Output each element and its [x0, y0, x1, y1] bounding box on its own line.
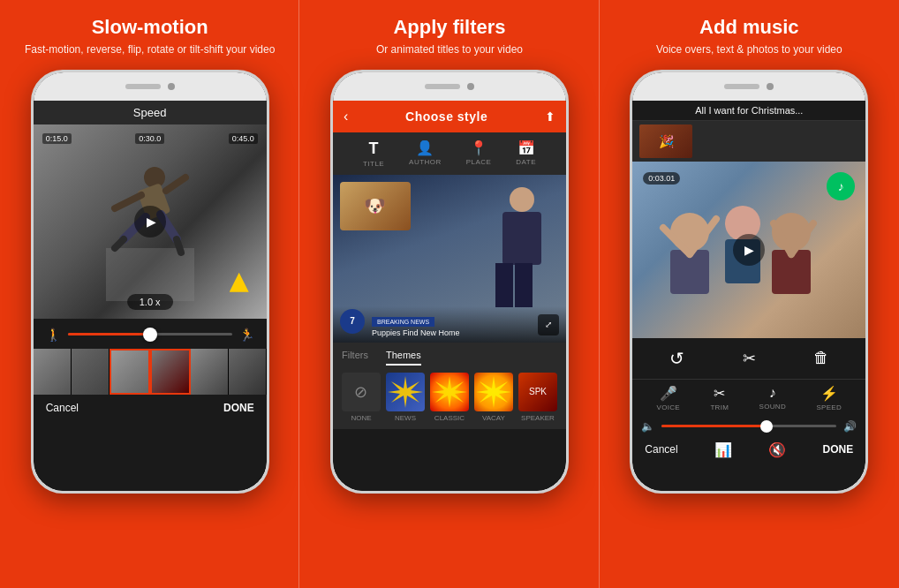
section-subtitle-1: Fast-motion, reverse, flip, rotate or ti… [25, 42, 275, 57]
filter-label-speaker: SPEAKER [521, 414, 555, 422]
svg-line-7 [115, 239, 124, 248]
voice-icon-item[interactable]: 🎤 VOICE [657, 385, 680, 411]
volume-low-icon: 🔈 [641, 420, 654, 433]
play-button-3[interactable]: ▶ [733, 234, 765, 266]
camera-3 [767, 83, 774, 90]
place-icon-label: PLACE [466, 158, 492, 166]
apply-filters-section: Apply filters Or animated titles to your… [299, 0, 599, 588]
svg-line-4 [166, 177, 185, 191]
play-icon-3: ▶ [744, 243, 754, 257]
place-icon: 📍 [470, 139, 487, 156]
volume-slider-track[interactable] [661, 425, 836, 427]
filter-news[interactable]: NEWS [386, 373, 425, 422]
filter-speaker[interactable]: SPK SPEAKER [518, 373, 557, 422]
svg-rect-12 [515, 263, 533, 307]
news-text: Puppies Find New Home [372, 328, 559, 337]
music-icons-row: 🎤 VOICE ✂ TRIM ♪ SOUND ⚡ SPEED [632, 379, 865, 417]
filters-video-preview: 🐶 7 BREAKING NEWS Puppies [333, 175, 566, 343]
section-title-3: Add music [699, 16, 798, 39]
trim-label: TRIM [710, 403, 729, 411]
filter-items-row: ⊘ NONE NEWS [342, 373, 557, 422]
volume-row: 🔈 🔊 [632, 417, 865, 436]
run-fast-icon: 🏃 [239, 328, 254, 342]
waveform-icon[interactable]: 📊 [714, 441, 732, 458]
phone-1: Speed [31, 70, 269, 494]
phone-3: All I want for Christmas... 🎉 [630, 70, 868, 494]
cancel-button-1[interactable]: Cancel [46, 402, 79, 414]
filters-tab[interactable]: Filters [342, 350, 368, 366]
back-icon[interactable]: ‹ [344, 109, 348, 124]
music-note-badge: ♪ [827, 172, 855, 200]
speed-icon: ⚡ [820, 385, 838, 402]
svg-marker-14 [432, 376, 467, 408]
phone-content-2: ‹ Choose style ⬆ T TITLE 👤 AUTHOR 📍 [333, 101, 566, 491]
music-video-area: 0:03.01 ♪ ▶ [632, 162, 865, 338]
undo-button[interactable]: ↺ [664, 345, 691, 372]
camera-1 [168, 83, 175, 90]
play-button-1[interactable]: ▶ [134, 206, 166, 237]
filter-none[interactable]: ⊘ NONE [342, 373, 381, 422]
trim-icon-item[interactable]: ✂ TRIM [710, 385, 729, 411]
add-music-section: Add music Voice overs, text & photos to … [600, 0, 899, 588]
speaker-3 [724, 84, 759, 89]
volume-thumb[interactable] [760, 420, 773, 433]
filter-label-vacay: VACAY [482, 414, 505, 422]
mute-icon[interactable]: 🔇 [768, 441, 786, 458]
voice-label: VOICE [657, 403, 680, 411]
done-button-1[interactable]: DONE [223, 402, 254, 414]
date-icon-label: DATE [516, 158, 536, 166]
place-icon-item[interactable]: 📍 PLACE [466, 139, 492, 168]
voice-icon: 🎤 [660, 385, 677, 402]
vacay-burst-icon [476, 374, 511, 410]
filter-thumb-vacay [474, 373, 513, 411]
speed-video-area: 0:15.0 0:30.0 0:45.0 ▶ 1.0 x [34, 124, 267, 319]
sound-icon-item[interactable]: ♪ SOUND [759, 385, 786, 411]
author-icon-label: AUTHOR [409, 158, 442, 166]
phone-content-3: All I want for Christmas... 🎉 [632, 101, 865, 491]
filters-tabs: Filters Themes [342, 350, 557, 366]
filmstrip-frame-1 [34, 349, 72, 395]
music-timer: 0:03.01 [643, 172, 680, 185]
filter-classic[interactable]: CLASSIC [430, 373, 469, 422]
classic-burst-icon [432, 374, 467, 410]
filter-thumb-news [386, 373, 425, 411]
svg-line-8 [177, 239, 181, 253]
phone-top-1 [34, 72, 267, 101]
choose-style-title: Choose style [405, 109, 487, 124]
breaking-news-badge: BREAKING NEWS [372, 317, 434, 327]
speed-slider-track[interactable] [68, 333, 232, 335]
date-icon-item[interactable]: 📅 DATE [516, 139, 536, 168]
timeline-label-1: 0:15.0 [42, 133, 72, 144]
speed-slider-thumb[interactable] [143, 328, 157, 342]
timeline-overlay: 0:15.0 0:30.0 0:45.0 [34, 133, 267, 144]
speed-icon-item[interactable]: ⚡ SPEED [816, 385, 842, 411]
section-title-2: Apply filters [393, 16, 505, 39]
delete-button[interactable]: 🗑 [808, 345, 835, 372]
walk-slow-icon: 🚶 [46, 328, 61, 342]
author-icon-item[interactable]: 👤 AUTHOR [409, 139, 442, 168]
svg-point-1 [144, 167, 165, 188]
svg-rect-0 [106, 248, 194, 301]
news-burst-icon [388, 374, 423, 410]
fullscreen-button[interactable]: ⤢ [538, 314, 559, 335]
filters-header: ‹ Choose style ⬆ [333, 101, 566, 132]
volume-fill [661, 425, 767, 427]
phone-top-2 [333, 72, 566, 101]
play-icon-1: ▶ [147, 215, 156, 229]
news-overlay: 7 BREAKING NEWS Puppies Find New Home [333, 306, 566, 343]
speaker-2 [425, 84, 460, 89]
themes-tab[interactable]: Themes [386, 350, 421, 366]
done-button-3[interactable]: DONE [823, 443, 854, 456]
speed-slider-fill [68, 333, 150, 335]
date-icon: 📅 [517, 139, 535, 156]
filter-vacay[interactable]: VACAY [474, 373, 513, 422]
cancel-button-3[interactable]: Cancel [645, 443, 677, 456]
share-icon[interactable]: ⬆ [545, 109, 555, 124]
filmstrip-frame-2 [72, 349, 110, 395]
filmstrip-frame-6 [229, 349, 267, 395]
title-icon-item[interactable]: T TITLE [363, 139, 384, 168]
speed-badge: 1.0 x [127, 294, 173, 310]
trim-button[interactable]: ✂ [736, 345, 762, 372]
filter-label-none: NONE [351, 414, 371, 422]
party-emoji: 🎉 [659, 134, 674, 148]
